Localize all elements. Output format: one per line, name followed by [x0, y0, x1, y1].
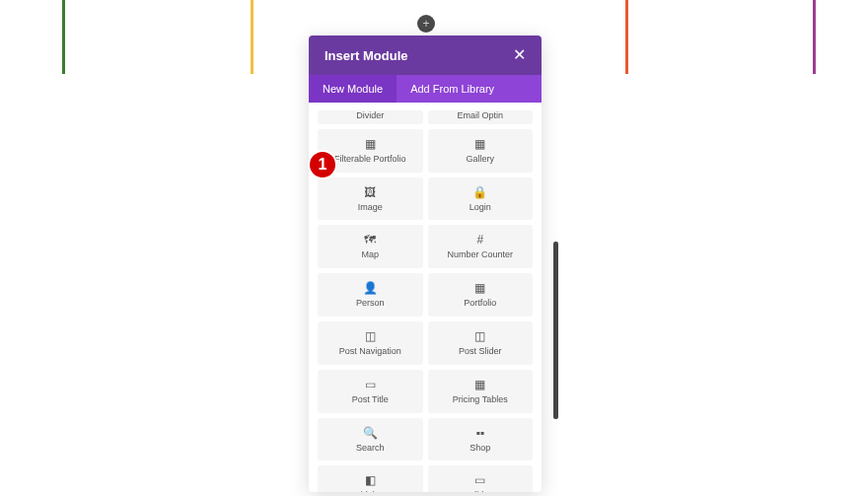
nav-icon: ◫	[365, 329, 376, 343]
module-portfolio[interactable]: ▦ Portfolio	[428, 273, 534, 317]
tab-label: Add From Library	[410, 83, 494, 95]
module-post-slider[interactable]: ◫ Post Slider	[428, 321, 534, 365]
modal-title: Insert Module	[325, 48, 408, 63]
module-map[interactable]: 🗺 Map	[318, 225, 423, 268]
plus-icon: +	[422, 17, 429, 31]
module-label: Shop	[470, 443, 490, 454]
module-label: Filterable Portfolio	[334, 154, 406, 165]
add-module-button[interactable]: +	[417, 15, 435, 33]
module-label: Slider	[469, 490, 491, 492]
tab-label: New Module	[323, 83, 383, 95]
module-image[interactable]: 🖼 Image	[318, 177, 423, 221]
search-icon: 🔍	[363, 426, 378, 440]
section-divider-green	[62, 0, 65, 74]
module-label: Login	[470, 202, 491, 213]
module-label: Sidebar	[355, 490, 386, 492]
module-label: Post Title	[352, 394, 389, 405]
section-divider-yellow	[251, 0, 253, 74]
sidebar-icon: ◧	[365, 473, 376, 487]
annotation-number: 1	[319, 156, 327, 174]
module-post-title[interactable]: ▭ Post Title	[318, 370, 423, 413]
module-sidebar[interactable]: ◧ Sidebar	[318, 465, 423, 492]
module-label: Person	[356, 298, 385, 309]
module-label: Map	[361, 249, 379, 260]
section-divider-red	[625, 0, 628, 74]
module-email-optin[interactable]: Email Optin	[428, 110, 534, 124]
tab-add-from-library[interactable]: Add From Library	[397, 75, 508, 103]
section-divider-purple	[813, 0, 816, 74]
module-label: Search	[356, 443, 385, 454]
module-label: Post Slider	[459, 346, 502, 357]
insert-module-modal: Insert Module ✕ New Module Add From Libr…	[309, 35, 542, 492]
module-label: Image	[358, 202, 383, 213]
image-icon: 🖼	[364, 185, 376, 199]
module-label: Post Navigation	[339, 346, 401, 357]
module-search[interactable]: 🔍 Search	[318, 418, 423, 461]
grid-icon: ▦	[474, 137, 485, 151]
person-icon: 👤	[363, 281, 378, 295]
annotation-badge-1: 1	[308, 150, 337, 179]
module-label: Divider	[356, 110, 384, 121]
module-label: Number Counter	[447, 249, 513, 260]
grid-icon: ▦	[474, 281, 485, 295]
module-person[interactable]: 👤 Person	[318, 273, 423, 317]
module-pricing-tables[interactable]: ▦ Pricing Tables	[428, 370, 534, 413]
table-icon: ▦	[474, 378, 485, 391]
module-label: Pricing Tables	[453, 394, 508, 405]
module-shop[interactable]: ▪▪ Shop	[428, 418, 534, 461]
close-icon[interactable]: ✕	[513, 47, 526, 63]
scrollbar-thumb[interactable]	[553, 242, 558, 419]
grid-icon: ▦	[365, 137, 376, 151]
slider-icon: ◫	[474, 329, 485, 343]
modal-tabs: New Module Add From Library	[309, 75, 542, 103]
tab-new-module[interactable]: New Module	[309, 75, 397, 103]
shop-icon: ▪▪	[475, 426, 484, 440]
title-icon: ▭	[365, 378, 376, 391]
map-icon: 🗺	[364, 233, 376, 247]
module-slider[interactable]: ▭ Slider	[428, 465, 534, 492]
module-login[interactable]: 🔒 Login	[428, 177, 534, 221]
modal-body[interactable]: Divider Email Optin ▦ Filterable Portfol…	[309, 103, 542, 492]
modal-header: Insert Module ✕	[309, 35, 542, 75]
module-number-counter[interactable]: # Number Counter	[428, 225, 534, 268]
module-divider[interactable]: Divider	[318, 110, 423, 124]
module-grid: Divider Email Optin ▦ Filterable Portfol…	[318, 110, 533, 492]
lock-icon: 🔒	[472, 185, 487, 199]
module-label: Email Optin	[457, 110, 503, 121]
module-label: Gallery	[466, 154, 494, 165]
slider-icon: ▭	[474, 473, 485, 487]
module-label: Portfolio	[464, 298, 496, 309]
module-gallery[interactable]: ▦ Gallery	[428, 129, 534, 173]
module-post-navigation[interactable]: ◫ Post Navigation	[318, 321, 423, 365]
hash-icon: #	[476, 233, 483, 247]
